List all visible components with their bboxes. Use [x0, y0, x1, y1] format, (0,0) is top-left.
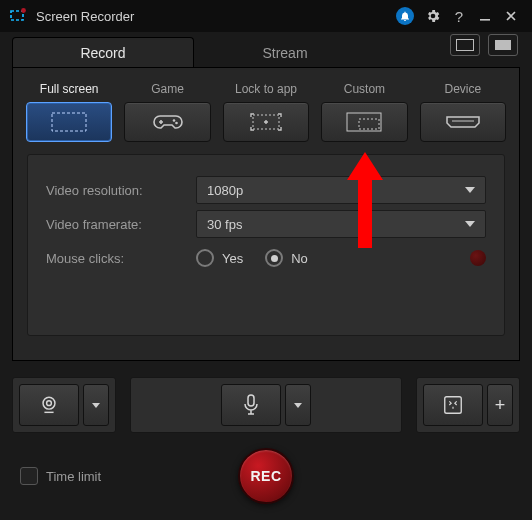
- capture-mode-row: Full screen Game Lock to app: [27, 82, 505, 142]
- record-button[interactable]: REC: [238, 448, 294, 504]
- tab-record[interactable]: Record: [12, 37, 194, 68]
- mode-game-button[interactable]: [124, 102, 210, 142]
- device-controls-row: +: [12, 377, 520, 433]
- hdmi-icon: [444, 114, 482, 130]
- mode-device-label: Device: [444, 82, 481, 96]
- gamepad-icon: [152, 112, 184, 132]
- video-framerate-value: 30 fps: [207, 217, 242, 232]
- minimize-icon[interactable]: [472, 3, 498, 29]
- overlay-puzzle-icon: [442, 394, 464, 416]
- main-tab-row: Record Stream: [0, 32, 532, 68]
- record-button-label: REC: [250, 468, 281, 484]
- chevron-down-icon: [92, 403, 100, 408]
- primary-display-icon[interactable]: [488, 34, 518, 56]
- mouse-clicks-yes-label: Yes: [222, 251, 243, 266]
- svg-point-9: [43, 397, 55, 409]
- svg-rect-11: [248, 395, 254, 406]
- tab-stream[interactable]: Stream: [194, 37, 376, 68]
- chevron-down-icon: [465, 187, 475, 193]
- svg-rect-12: [445, 397, 462, 414]
- mode-lock-to-app-button[interactable]: [223, 102, 309, 142]
- tab-record-label: Record: [80, 45, 125, 61]
- microphone-icon: [241, 393, 261, 417]
- mode-game-label: Game: [151, 82, 184, 96]
- chevron-down-icon: [465, 221, 475, 227]
- mouse-clicks-no-label: No: [291, 251, 308, 266]
- mouse-clicks-yes-radio[interactable]: [196, 249, 214, 267]
- notifications-icon[interactable]: [396, 7, 414, 25]
- secondary-display-icon[interactable]: [450, 34, 480, 56]
- svg-rect-7: [347, 113, 381, 131]
- microphone-button[interactable]: [221, 384, 281, 426]
- svg-point-1: [21, 8, 26, 13]
- tab-stream-label: Stream: [262, 45, 307, 61]
- help-icon[interactable]: ?: [446, 3, 472, 29]
- full-screen-icon: [49, 110, 89, 134]
- svg-point-5: [175, 122, 178, 125]
- app-logo-icon: [8, 6, 28, 26]
- video-framerate-select[interactable]: 30 fps: [196, 210, 486, 238]
- mouse-clicks-label: Mouse clicks:: [46, 251, 196, 266]
- webcam-button[interactable]: [19, 384, 79, 426]
- mouse-click-indicator-icon: [470, 250, 486, 266]
- chevron-down-icon: [294, 403, 302, 408]
- svg-point-4: [172, 119, 175, 122]
- mouse-clicks-no-radio[interactable]: [265, 249, 283, 267]
- overlay-button[interactable]: [423, 384, 483, 426]
- mode-device-button[interactable]: [420, 102, 506, 142]
- titlebar: Screen Recorder ?: [0, 0, 532, 32]
- svg-rect-3: [52, 113, 86, 131]
- mode-full-screen-button[interactable]: [26, 102, 112, 142]
- footer: Time limit REC: [12, 449, 520, 503]
- recording-settings: Video resolution: 1080p Video framerate:…: [27, 154, 505, 336]
- video-resolution-select[interactable]: 1080p: [196, 176, 486, 204]
- svg-rect-2: [480, 19, 490, 21]
- video-resolution-label: Video resolution:: [46, 183, 196, 198]
- mode-custom-label: Custom: [344, 82, 385, 96]
- mode-full-screen-label: Full screen: [40, 82, 99, 96]
- lock-to-app-icon: [246, 110, 286, 134]
- mode-custom-button[interactable]: [321, 102, 407, 142]
- settings-gear-icon[interactable]: [420, 3, 446, 29]
- overlay-add-button[interactable]: +: [487, 384, 513, 426]
- webcam-dropdown[interactable]: [83, 384, 109, 426]
- svg-rect-0: [11, 11, 23, 20]
- custom-area-icon: [343, 109, 385, 135]
- webcam-icon: [38, 394, 60, 416]
- time-limit-checkbox[interactable]: [20, 467, 38, 485]
- svg-point-10: [47, 401, 52, 406]
- video-framerate-label: Video framerate:: [46, 217, 196, 232]
- svg-rect-8: [359, 119, 379, 129]
- time-limit-label: Time limit: [46, 469, 101, 484]
- record-panel: Full screen Game Lock to app: [12, 68, 520, 361]
- microphone-dropdown[interactable]: [285, 384, 311, 426]
- close-icon[interactable]: [498, 3, 524, 29]
- video-resolution-value: 1080p: [207, 183, 243, 198]
- mode-lock-to-app-label: Lock to app: [235, 82, 297, 96]
- app-title: Screen Recorder: [36, 9, 134, 24]
